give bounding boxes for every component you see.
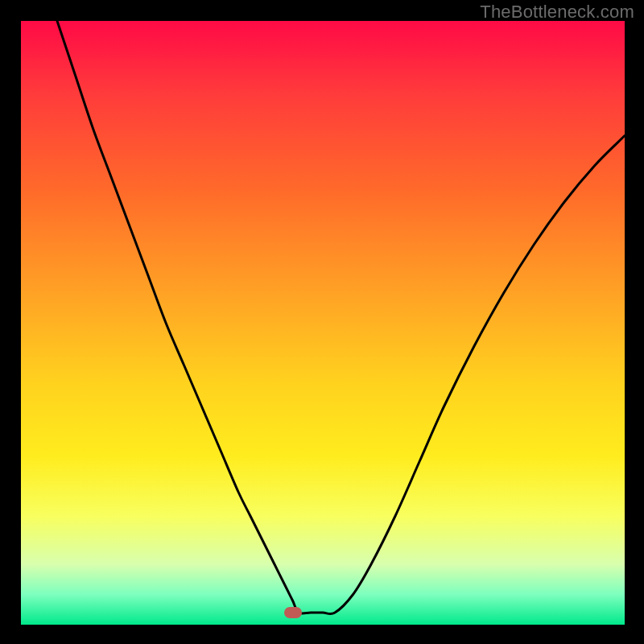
chart-frame: TheBottleneck.com <box>0 0 644 644</box>
watermark-text: TheBottleneck.com <box>480 2 634 23</box>
plot-area <box>21 21 625 625</box>
minimum-marker <box>284 607 302 618</box>
curve-path <box>57 21 625 614</box>
bottleneck-curve <box>21 21 625 625</box>
